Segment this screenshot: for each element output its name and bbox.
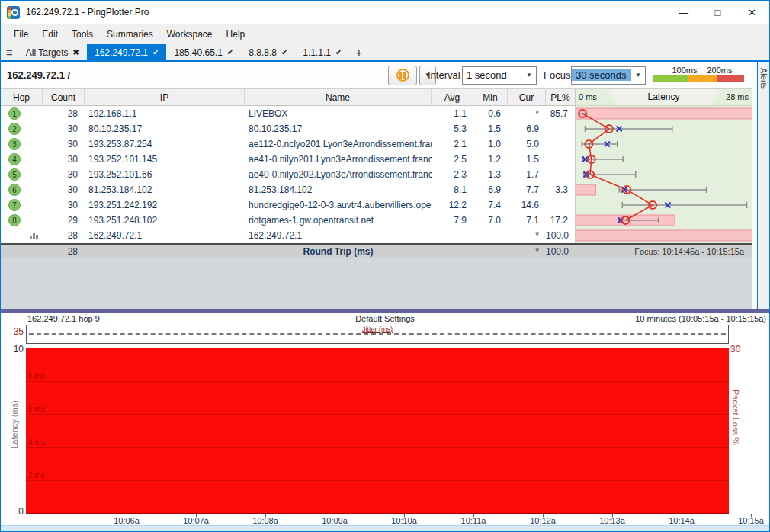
cell-ip: 193.253.87.254: [85, 139, 245, 149]
header-min[interactable]: Min: [473, 89, 508, 105]
menu-bar: FileEditToolsSummariesWorkspaceHelp: [1, 24, 769, 44]
header-avg[interactable]: Avg: [432, 89, 473, 105]
time-tick-label: 10:11a: [461, 516, 486, 525]
jitter-strip[interactable]: Jitter (ms): [26, 325, 729, 344]
close-button[interactable]: ✕: [735, 1, 769, 24]
focus-range-label: Focus: 10:14:45a - 10:15:15a: [575, 247, 752, 256]
menu-item-workspace[interactable]: Workspace: [160, 26, 220, 43]
time-axis: 10:06a10:07a10:08a10:09a10:10a10:11a10:1…: [1, 514, 769, 525]
gridline-label: 2 ms: [28, 471, 45, 479]
trace-row-9[interactable]: 28162.249.72.1162.249.72.1*100.0: [1, 228, 575, 243]
cell-cur: 1.5: [508, 154, 546, 165]
tab-target-1[interactable]: 162.249.72.1 ✔: [87, 44, 166, 60]
legend-200ms: 200ms: [707, 66, 732, 75]
cell-avg: 12.2: [432, 200, 473, 210]
tab-menu-icon[interactable]: ≡: [1, 44, 18, 60]
trace-row-4[interactable]: 430193.252.101.145ae41-0.nilyo201.Lyon3e…: [1, 152, 575, 167]
cell-count: 28: [43, 108, 85, 119]
cell-name: LIVEBOX: [245, 108, 432, 119]
cell-pl: 85.7: [546, 108, 575, 119]
time-tick-label: 10:09a: [322, 516, 348, 525]
cell-hop: 7: [1, 199, 43, 211]
focus-label: Focus: [544, 69, 570, 81]
check-icon: ✔: [227, 48, 233, 56]
cell-ip: 193.251.242.192: [85, 200, 245, 210]
trace-row-2[interactable]: 23080.10.235.1780.10.235.175.31.56.9: [1, 121, 575, 136]
alerts-panel-tab[interactable]: Alerts: [757, 62, 770, 309]
header-hop[interactable]: Hop: [1, 89, 43, 105]
cell-count: 30: [43, 169, 85, 180]
legend-gradient-bar: [653, 75, 744, 82]
header-name[interactable]: Name: [245, 89, 432, 105]
cell-ip: 162.249.72.1: [85, 230, 245, 241]
empty-area: [1, 258, 752, 309]
menu-item-tools[interactable]: Tools: [65, 26, 100, 43]
cell-count: 30: [43, 139, 85, 149]
right-gap: [752, 62, 757, 309]
tab-bar: ≡ All Targets ✖ 162.249.72.1 ✔ 185.40.65…: [1, 44, 769, 60]
trace-table-header: Hop Count IP Name Avg Min Cur PL%: [1, 89, 575, 106]
trace-row-1[interactable]: 128192.168.1.1LIVEBOX1.10.6*85.7: [1, 106, 575, 121]
hop-number-badge: 1: [8, 107, 21, 120]
cell-avg: 1.1: [432, 108, 473, 119]
menu-item-file[interactable]: File: [7, 26, 35, 43]
latency-gridline: [26, 480, 729, 481]
close-tab-icon[interactable]: ✖: [73, 48, 79, 56]
hop-number-badge: 7: [8, 199, 21, 211]
interval-label: Interval: [428, 69, 460, 81]
gridline-label: 8 ms: [28, 371, 45, 380]
cell-hop: 3: [1, 138, 43, 150]
target-path: 162.249.72.1 /: [7, 69, 70, 81]
hop-number-badge: 4: [8, 153, 21, 165]
tab-target-3[interactable]: 8.8.8.8 ✔: [241, 44, 295, 60]
trace-row-7[interactable]: 730193.251.242.192hundredgige0-12-0-3.au…: [1, 197, 575, 213]
cell-name: ae41-0.nilyo201.Lyon3eArrondissement.fra…: [245, 154, 432, 165]
round-trip-label: Round Trip (ms): [245, 246, 432, 257]
tab-all-targets[interactable]: All Targets ✖: [18, 44, 87, 60]
latency-graph-column: 0 ms Latency 28 ms: [575, 89, 752, 243]
header-count[interactable]: Count: [43, 89, 85, 105]
header-cur[interactable]: Cur: [508, 89, 546, 105]
new-tab-button[interactable]: +: [349, 44, 368, 60]
cell-hop: 6: [1, 184, 43, 196]
cell-name: 80.10.235.17: [245, 123, 432, 134]
latency-axis-label: Latency (ms): [10, 386, 19, 463]
cell-count: 29: [43, 215, 85, 226]
app-icon: [7, 6, 20, 19]
trace-row-3[interactable]: 330193.253.87.254ae112-0.nclyo201.Lyon3e…: [1, 136, 575, 152]
time-tick-label: 10:13a: [599, 516, 625, 525]
tab-target-4[interactable]: 1.1.1.1 ✔: [295, 44, 349, 60]
timeline-chart[interactable]: 8 ms6 ms4 ms2 ms: [26, 348, 729, 514]
time-tick-label: 10:08a: [252, 516, 278, 525]
trace-row-5[interactable]: 530193.252.101.66ae40-0.nilyo202.Lyon3eA…: [1, 167, 575, 182]
menu-item-edit[interactable]: Edit: [35, 26, 65, 43]
interval-select[interactable]: 1 second ▼: [462, 66, 537, 85]
menu-item-summaries[interactable]: Summaries: [100, 26, 160, 43]
cell-pl: 100.0: [546, 230, 575, 241]
menu-item-help[interactable]: Help: [220, 26, 252, 43]
pingplotter-window: 162.249.72.1 - PingPlotter Pro — □ ✕ Fil…: [0, 0, 770, 532]
round-trip-row[interactable]: 28 Round Trip (ms) * 100.0 Focus: 10:14:…: [1, 243, 752, 258]
round-trip-cur: *: [508, 246, 546, 257]
latency-gridline: [26, 447, 729, 448]
minimize-button[interactable]: —: [666, 1, 701, 24]
trace-row-6[interactable]: 63081.253.184.10281.253.184.1028.16.97.7…: [1, 182, 575, 197]
pause-button[interactable]: [388, 66, 417, 85]
focus-value: 30 seconds: [572, 69, 631, 81]
cell-name: hundredgige0-12-0-3.auvtr4.aubervilliers…: [245, 200, 432, 210]
time-tick-label: 10:06a: [114, 516, 140, 525]
cell-name: 81.253.184.102: [245, 184, 432, 195]
focus-select[interactable]: 30 seconds ▼: [571, 66, 646, 85]
round-trip-count: 28: [43, 246, 85, 257]
cell-min: 0.6: [473, 108, 508, 119]
cell-name: ae112-0.nclyo201.Lyon3eArrondissement.fr…: [245, 139, 432, 149]
maximize-button[interactable]: □: [701, 1, 735, 24]
latency-gridline: [26, 381, 729, 382]
trace-row-8[interactable]: 829193.251.248.102riotgames-1.gw.opentra…: [1, 213, 575, 228]
latency-graph-svg[interactable]: [576, 106, 752, 243]
time-tick-label: 10:12a: [530, 516, 556, 525]
header-pl[interactable]: PL%: [546, 89, 575, 105]
cell-ip: 80.10.235.17: [85, 123, 245, 134]
header-ip[interactable]: IP: [85, 89, 245, 105]
tab-target-2[interactable]: 185.40.65.1 ✔: [166, 44, 241, 60]
